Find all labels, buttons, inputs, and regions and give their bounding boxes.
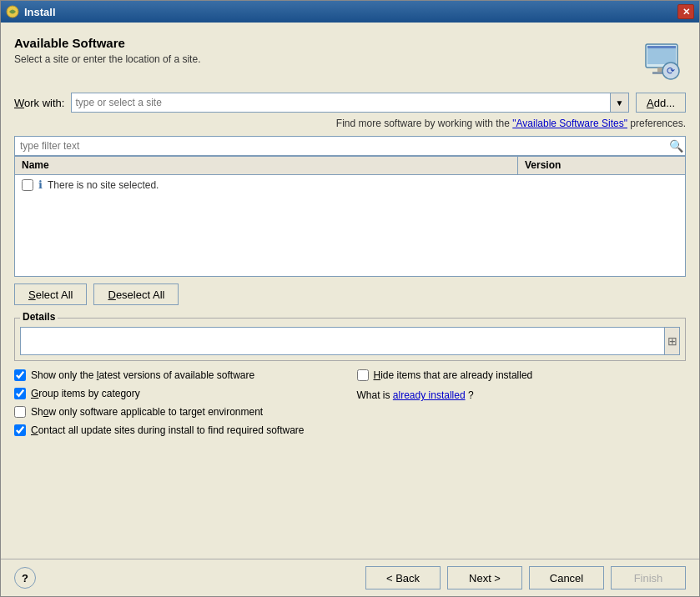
footer: ? < Back Next > Cancel Finish bbox=[1, 559, 699, 596]
show-latest-label: Show only the latest versions of availab… bbox=[31, 369, 254, 381]
available-software-sites-link[interactable]: "Available Software Sites" bbox=[512, 118, 627, 129]
contact-update-sites-label: Contact all update sites during install … bbox=[31, 424, 305, 436]
header-icon: ⟳ bbox=[639, 36, 686, 83]
work-with-label: Work with: bbox=[14, 97, 64, 109]
checkboxes-left: Show only the latest versions of availab… bbox=[14, 369, 344, 436]
details-content: ⊞ bbox=[20, 327, 680, 355]
hide-installed-label: Hide items that are already installed bbox=[374, 369, 533, 381]
main-content: Available Software Select a site or ente… bbox=[1, 23, 699, 559]
checkboxes-right: Hide items that are already installed Wh… bbox=[357, 369, 687, 436]
details-label: Details bbox=[20, 311, 58, 323]
close-button[interactable]: ✕ bbox=[677, 4, 694, 19]
add-button[interactable]: Add... bbox=[636, 93, 686, 113]
back-button[interactable]: < Back bbox=[365, 566, 441, 589]
group-by-category-checkbox[interactable] bbox=[14, 388, 26, 399]
table-header: Name Version bbox=[15, 157, 685, 175]
group-by-category-label: Group items by category bbox=[31, 388, 140, 399]
contact-update-sites-checkbox[interactable] bbox=[14, 424, 26, 436]
show-latest-checkbox[interactable] bbox=[14, 369, 26, 381]
install-window: Install ✕ Available Software Select a si… bbox=[0, 0, 700, 597]
table-body: ℹ There is no site selected. bbox=[15, 175, 685, 276]
svg-text:⟳: ⟳ bbox=[667, 65, 675, 77]
find-more-text: Find more software by working with the "… bbox=[14, 118, 686, 129]
column-version: Version bbox=[518, 157, 685, 174]
checkboxes-section: Show only the latest versions of availab… bbox=[14, 369, 686, 436]
already-installed-row: What is already installed ? bbox=[357, 389, 687, 401]
show-applicable-row: Show only software applicable to target … bbox=[14, 406, 344, 418]
next-button[interactable]: Next > bbox=[447, 566, 522, 589]
title-bar: Install ✕ bbox=[1, 1, 699, 23]
info-icon: ℹ bbox=[38, 178, 43, 191]
svg-rect-3 bbox=[647, 46, 676, 48]
row-checkbox[interactable] bbox=[22, 179, 33, 191]
select-all-button[interactable]: Select All bbox=[14, 283, 87, 305]
page-subtitle: Select a site or enter the location of a… bbox=[14, 53, 200, 65]
footer-left: ? bbox=[14, 567, 36, 589]
finish-button[interactable]: Finish bbox=[611, 566, 686, 589]
show-latest-row: Show only the latest versions of availab… bbox=[14, 369, 344, 381]
window-title: Install bbox=[24, 6, 56, 18]
details-scrollbar[interactable]: ⊞ bbox=[664, 328, 679, 354]
deselect-all-button[interactable]: Deselect All bbox=[93, 283, 179, 305]
svg-rect-2 bbox=[647, 46, 676, 64]
selection-buttons: Select All Deselect All bbox=[14, 283, 686, 305]
window-icon bbox=[6, 5, 19, 18]
filter-input[interactable] bbox=[15, 137, 667, 155]
details-section: Details ⊞ bbox=[14, 312, 686, 361]
table-row: ℹ There is no site selected. bbox=[15, 175, 685, 194]
show-applicable-label: Show only software applicable to target … bbox=[31, 406, 263, 418]
contact-update-sites-row: Contact all update sites during install … bbox=[14, 424, 344, 436]
column-name: Name bbox=[15, 157, 518, 174]
show-applicable-checkbox[interactable] bbox=[14, 406, 26, 418]
clear-filter-icon: 🔍 bbox=[667, 137, 685, 155]
group-by-category-row: Group items by category bbox=[14, 388, 344, 399]
no-site-message: There is no site selected. bbox=[48, 179, 159, 191]
already-installed-link[interactable]: already installed bbox=[393, 389, 466, 401]
site-input[interactable] bbox=[72, 93, 610, 112]
page-title: Available Software bbox=[14, 36, 200, 50]
hide-installed-row: Hide items that are already installed bbox=[357, 369, 687, 381]
site-dropdown-button[interactable]: ▼ bbox=[610, 93, 628, 112]
footer-right: < Back Next > Cancel Finish bbox=[365, 566, 686, 589]
cancel-button[interactable]: Cancel bbox=[529, 566, 604, 589]
help-button[interactable]: ? bbox=[14, 567, 36, 589]
software-table: Name Version ℹ There is no site selected… bbox=[14, 156, 686, 277]
filter-row: 🔍 bbox=[14, 136, 686, 156]
header-text: Available Software Select a site or ente… bbox=[14, 36, 200, 65]
site-input-wrapper: ▼ bbox=[71, 93, 629, 113]
hide-installed-checkbox[interactable] bbox=[357, 369, 369, 381]
work-with-row: Work with: ▼ Add... bbox=[14, 93, 686, 113]
header-section: Available Software Select a site or ente… bbox=[14, 36, 686, 83]
